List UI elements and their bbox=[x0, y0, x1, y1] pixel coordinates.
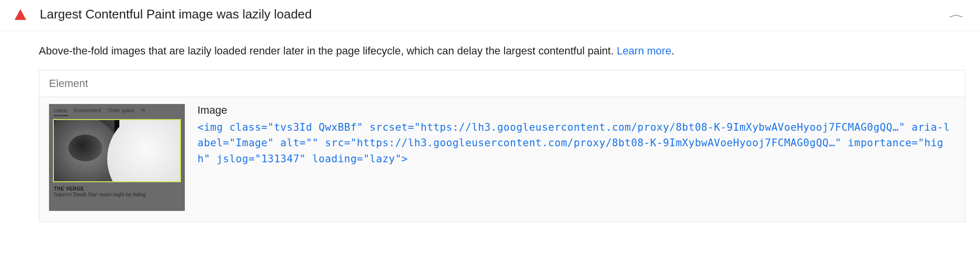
thumb-tab-underline bbox=[54, 115, 68, 116]
learn-more-link[interactable]: Learn more bbox=[617, 45, 671, 57]
warning-triangle-icon bbox=[15, 9, 26, 20]
thumb-tab: Outer space bbox=[108, 108, 134, 113]
thumb-image-area bbox=[53, 119, 181, 182]
thumb-tab: H bbox=[141, 108, 145, 113]
table-row: Latest Environment Outer space H THE VER… bbox=[39, 97, 965, 222]
table-header: Element bbox=[39, 70, 965, 97]
thumb-tab: Environment bbox=[74, 108, 101, 113]
audit-body: Above-the-fold images that are lazily lo… bbox=[0, 31, 980, 237]
chevron-up-icon[interactable]: ︿ bbox=[949, 8, 964, 21]
thumb-source: THE VERGE bbox=[49, 184, 185, 192]
thumb-headline: Saturn's 'Death Star' moon might be hidi… bbox=[49, 192, 185, 200]
description-suffix: . bbox=[671, 45, 674, 57]
description-text: Above-the-fold images that are lazily lo… bbox=[39, 45, 617, 57]
moon-right bbox=[107, 119, 181, 182]
crater bbox=[68, 135, 102, 161]
element-table: Element Latest Environment Outer space H… bbox=[39, 70, 965, 222]
element-thumbnail: Latest Environment Outer space H THE VER… bbox=[49, 104, 185, 211]
audit-title: Largest Contentful Paint image was lazil… bbox=[40, 7, 952, 22]
thumb-tabs: Latest Environment Outer space H bbox=[49, 104, 185, 115]
element-code-snippet: <img class="tvs3Id QwxBBf" srcset="https… bbox=[197, 120, 955, 167]
thumb-tab: Latest bbox=[54, 108, 67, 113]
audit-description: Above-the-fold images that are lazily lo… bbox=[39, 44, 965, 58]
element-label: Image bbox=[197, 104, 955, 117]
element-details: Image <img class="tvs3Id QwxBBf" srcset=… bbox=[197, 104, 955, 167]
audit-header[interactable]: Largest Contentful Paint image was lazil… bbox=[0, 0, 980, 31]
